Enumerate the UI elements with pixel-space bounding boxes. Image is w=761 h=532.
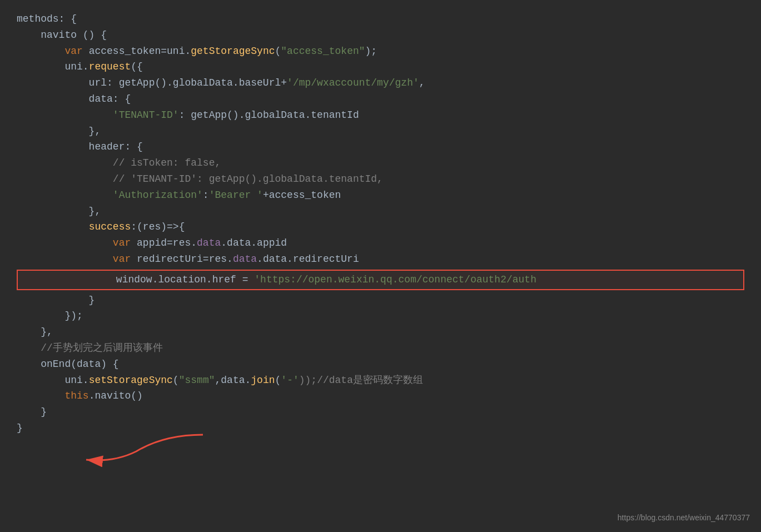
code-line: //手势划完之后调用该事件 bbox=[17, 340, 744, 356]
code-line: uni.setStorageSync("ssmm",data.join('-')… bbox=[17, 372, 744, 389]
code-line: header: { bbox=[17, 139, 744, 155]
watermark: https://blog.csdn.net/weixin_44770377 bbox=[618, 511, 750, 524]
code-line: window.location.href = 'https://open.wei… bbox=[17, 270, 744, 290]
code-container: methods: { navito () { var access_token=… bbox=[0, 0, 761, 532]
code-line: } bbox=[17, 404, 744, 420]
code-line: // isToken: false, bbox=[17, 155, 744, 171]
code-line: }, bbox=[17, 123, 744, 140]
code-line: var appid=res.data.data.appid bbox=[17, 235, 744, 251]
code-line: this.navito() bbox=[17, 388, 744, 404]
code-line: navito () { bbox=[17, 27, 744, 43]
code-line: url: getApp().globalData.baseUrl+'/mp/wx… bbox=[17, 75, 744, 91]
code-block: methods: { navito () { var access_token=… bbox=[17, 11, 744, 436]
code-line: }, bbox=[17, 203, 744, 220]
code-line: methods: { bbox=[17, 11, 744, 27]
code-line: } bbox=[17, 292, 744, 309]
code-line: data: { bbox=[17, 91, 744, 107]
code-line: // 'TENANT-ID': getApp().globalData.tena… bbox=[17, 171, 744, 187]
code-line: 'Authorization':'Bearer '+access_token bbox=[17, 187, 744, 203]
code-line: var access_token=uni.getStorageSync("acc… bbox=[17, 43, 744, 59]
code-line: var redirectUri=res.data.data.redirectUr… bbox=[17, 251, 744, 267]
code-line: }); bbox=[17, 308, 744, 324]
code-line: onEnd(data) { bbox=[17, 356, 744, 372]
code-line: }, bbox=[17, 324, 744, 340]
code-line: } bbox=[17, 420, 744, 436]
code-line: uni.request({ bbox=[17, 59, 744, 75]
code-line: success:(res)=>{ bbox=[17, 219, 744, 235]
code-line: 'TENANT-ID': getApp().globalData.tenantI… bbox=[17, 107, 744, 123]
